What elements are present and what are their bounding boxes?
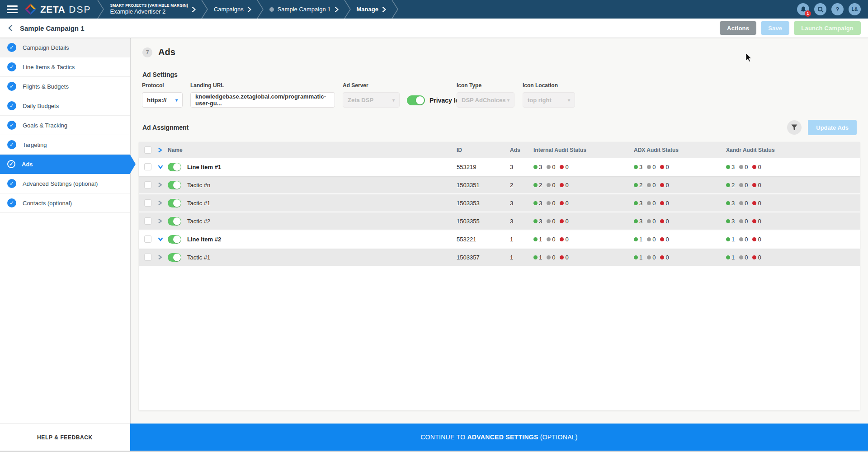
- step-number-badge: 7: [142, 47, 152, 57]
- column-header-internal-audit[interactable]: Internal Audit Status: [533, 147, 634, 153]
- xandr-audit-status: 300: [726, 200, 860, 207]
- question-mark-icon: ?: [836, 6, 840, 13]
- row-expand-chevron-icon[interactable]: [158, 237, 168, 241]
- row-checkbox[interactable]: [144, 254, 151, 261]
- save-button[interactable]: Save: [761, 21, 789, 35]
- row-checkbox[interactable]: [144, 199, 151, 207]
- status-count: 0: [560, 200, 568, 207]
- row-checkbox[interactable]: [144, 181, 151, 188]
- approved-dot-icon: [533, 219, 538, 223]
- back-button[interactable]: [8, 24, 13, 32]
- row-ads-count: 3: [510, 164, 533, 170]
- table-row[interactable]: Tactic #2 1503355 3 300 300 300: [139, 212, 860, 231]
- landing-url-input[interactable]: knowledgebase.zetaglobal.com/programmati…: [190, 92, 335, 108]
- adx-audit-status: 300: [634, 164, 726, 170]
- table-row[interactable]: Tactic #n 1503351 2 200 200 200: [139, 176, 860, 194]
- row-enabled-toggle[interactable]: [168, 235, 181, 244]
- sidebar-item-flights-budgets[interactable]: ✓ Flights & Budgets: [0, 77, 130, 96]
- pending-dot-icon: [547, 219, 551, 223]
- approved-dot-icon: [533, 201, 538, 205]
- breadcrumb: SMART PROJECTS (VARIABLE MARGIN) Example…: [104, 0, 398, 19]
- row-checkbox[interactable]: [144, 217, 151, 225]
- continue-button[interactable]: CONTINUE TO ADVANCED SETTINGS (OPTIONAL): [130, 424, 868, 451]
- row-checkbox[interactable]: [144, 235, 151, 243]
- row-checkbox[interactable]: [144, 163, 151, 170]
- avatar-initials: L&: [852, 7, 858, 12]
- row-enabled-toggle[interactable]: [168, 199, 181, 207]
- pending-dot-icon: [739, 165, 743, 169]
- sidebar-item-goals-tracking[interactable]: ✓ Goals & Tracking: [0, 116, 130, 135]
- page-header: Sample Campaign 1 Actions Save Launch Ca…: [0, 19, 868, 38]
- row-expand-chevron-icon[interactable]: [158, 254, 168, 260]
- column-header-name[interactable]: Name: [168, 147, 457, 153]
- sidebar-item-ads[interactable]: ✓ Ads: [0, 155, 130, 174]
- row-expand-chevron-icon[interactable]: [158, 182, 168, 188]
- row-expand-chevron-icon[interactable]: [158, 218, 168, 224]
- table-row[interactable]: Line Item #1 553219 3 300 300 300: [139, 158, 860, 176]
- zeta-dsp-logo[interactable]: ZETA DSP: [24, 3, 91, 15]
- sidebar-item-advanced-settings-optional[interactable]: ✓ Advanced Settings (optional): [0, 174, 130, 193]
- search-button[interactable]: [814, 3, 826, 15]
- status-count: 0: [547, 254, 555, 261]
- table-row[interactable]: Line Item #2 553221 1 100 100 100: [139, 231, 860, 249]
- chevron-right-icon: [335, 6, 339, 13]
- user-avatar[interactable]: L&: [849, 3, 861, 15]
- approved-dot-icon: [634, 165, 638, 169]
- column-header-xandr-audit[interactable]: Xandr Audit Status: [726, 147, 860, 153]
- expand-all-chevron-icon[interactable]: [158, 147, 168, 153]
- help-feedback-button[interactable]: HELP & FEEDBACK: [0, 424, 130, 451]
- status-count: 0: [647, 218, 656, 225]
- filter-button[interactable]: [787, 120, 802, 135]
- sidebar-item-daily-budgets[interactable]: ✓ Daily Budgets: [0, 96, 130, 116]
- row-enabled-toggle[interactable]: [168, 163, 181, 171]
- rejected-dot-icon: [660, 183, 664, 187]
- protocol-select[interactable]: https:// ▾: [142, 92, 183, 108]
- row-expand-chevron-icon[interactable]: [158, 165, 168, 169]
- status-count: 0: [739, 254, 748, 261]
- row-enabled-toggle[interactable]: [168, 217, 181, 226]
- column-header-adx-audit[interactable]: ADX Audit Status: [634, 147, 726, 153]
- chevron-right-icon: [192, 6, 196, 13]
- update-ads-button[interactable]: Update Ads: [808, 120, 857, 135]
- sidebar-item-targeting[interactable]: ✓ Targeting: [0, 135, 130, 155]
- status-count: 0: [560, 218, 568, 225]
- help-button[interactable]: ?: [831, 3, 844, 15]
- approved-dot-icon: [726, 237, 730, 241]
- column-header-ads[interactable]: Ads: [510, 147, 533, 153]
- breadcrumb-campaign[interactable]: Sample Campaign 1: [264, 6, 344, 13]
- row-enabled-toggle[interactable]: [168, 253, 181, 262]
- select-all-checkbox[interactable]: [144, 146, 151, 154]
- hamburger-menu-icon[interactable]: [0, 0, 24, 19]
- table-row[interactable]: Tactic #1 1503357 1 100 100 100: [139, 249, 860, 267]
- status-count: 0: [647, 200, 656, 207]
- table-row[interactable]: Tactic #1 1503353 3 300 300 300: [139, 194, 860, 212]
- filter-funnel-icon: [791, 124, 797, 131]
- status-count: 0: [752, 182, 761, 188]
- rejected-dot-icon: [752, 219, 756, 223]
- status-count: 3: [726, 164, 735, 170]
- rejected-dot-icon: [560, 183, 564, 187]
- checkmark-circle-icon: ✓: [7, 140, 16, 149]
- xandr-audit-status: 300: [726, 164, 860, 170]
- sidebar-item-contacts-optional[interactable]: ✓ Contacts (optional): [0, 193, 130, 213]
- sidebar-item-line-items-tactics[interactable]: ✓ Line Items & Tactics: [0, 57, 130, 77]
- breadcrumb-advertiser[interactable]: SMART PROJECTS (VARIABLE MARGIN) Example…: [104, 3, 201, 15]
- sidebar-item-label: Ads: [22, 161, 33, 168]
- notifications-button[interactable]: 1: [797, 3, 809, 15]
- approved-dot-icon: [634, 255, 638, 259]
- actions-button[interactable]: Actions: [720, 21, 756, 35]
- privacy-icon-toggle[interactable]: [407, 95, 425, 105]
- row-ads-count: 2: [510, 182, 533, 188]
- adx-audit-status: 200: [634, 182, 726, 188]
- column-header-id[interactable]: ID: [457, 147, 510, 153]
- breadcrumb-campaigns[interactable]: Campaigns: [208, 6, 257, 13]
- pending-dot-icon: [647, 219, 651, 223]
- rejected-dot-icon: [752, 183, 756, 187]
- breadcrumb-divider-icon: [201, 0, 208, 19]
- breadcrumb-divider-icon: [392, 0, 399, 19]
- launch-campaign-button[interactable]: Launch Campaign: [794, 21, 861, 35]
- sidebar-item-campaign-details[interactable]: ✓ Campaign Details: [0, 38, 130, 57]
- row-enabled-toggle[interactable]: [168, 181, 181, 189]
- row-expand-chevron-icon[interactable]: [158, 200, 168, 206]
- breadcrumb-manage[interactable]: Manage: [351, 6, 392, 13]
